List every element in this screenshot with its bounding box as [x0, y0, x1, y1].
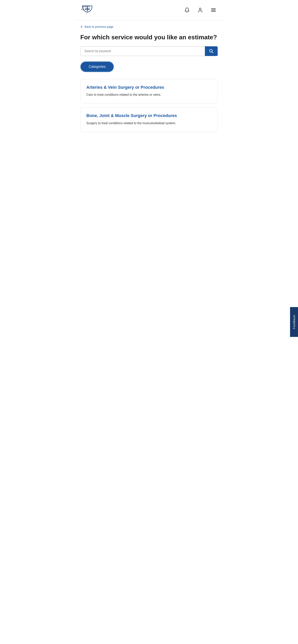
- svg-point-4: [199, 8, 201, 10]
- user-account-button[interactable]: [196, 6, 205, 14]
- search-area: [80, 46, 218, 56]
- category-desc-bone: Surgery to treat conditions related to t…: [86, 121, 212, 126]
- app-header: MAYO CLINIC: [75, 0, 223, 20]
- menu-button[interactable]: [209, 6, 218, 14]
- menu-icon: [211, 7, 216, 13]
- header-icons: [183, 6, 218, 14]
- category-title-bone: Bone, Joint & Muscle Surgery or Procedur…: [86, 113, 212, 118]
- user-icon: [198, 7, 203, 13]
- category-title-arteries: Arteries & Vein Surgery or Procedures: [86, 85, 212, 90]
- back-link-area: Back to previous page: [75, 20, 223, 32]
- mayo-clinic-logo: MAYO CLINIC: [80, 3, 94, 17]
- chevron-left-icon: [80, 26, 83, 28]
- search-button[interactable]: [205, 46, 218, 56]
- back-link-label: Back to previous page: [85, 25, 113, 28]
- page-title: For which service would you like an esti…: [80, 34, 218, 41]
- bell-icon: [184, 7, 190, 13]
- svg-line-9: [212, 52, 213, 53]
- category-card-bone[interactable]: Bone, Joint & Muscle Surgery or Procedur…: [80, 107, 218, 132]
- category-card-arteries[interactable]: Arteries & Vein Surgery or Procedures Ca…: [80, 79, 218, 104]
- search-input[interactable]: [80, 46, 205, 56]
- categories-button[interactable]: Categories: [80, 62, 114, 72]
- svg-text:MAYO: MAYO: [82, 5, 90, 8]
- search-icon: [209, 49, 213, 53]
- back-link[interactable]: Back to previous page: [80, 25, 113, 28]
- logo-area: MAYO CLINIC: [80, 3, 94, 17]
- categories-btn-wrapper: Categories: [80, 62, 218, 79]
- notification-button[interactable]: [183, 6, 191, 14]
- category-desc-arteries: Care to treat conditions related to the …: [86, 92, 212, 97]
- main-content: For which service would you like an esti…: [75, 32, 223, 144]
- categories-list: Arteries & Vein Surgery or Procedures Ca…: [80, 79, 218, 132]
